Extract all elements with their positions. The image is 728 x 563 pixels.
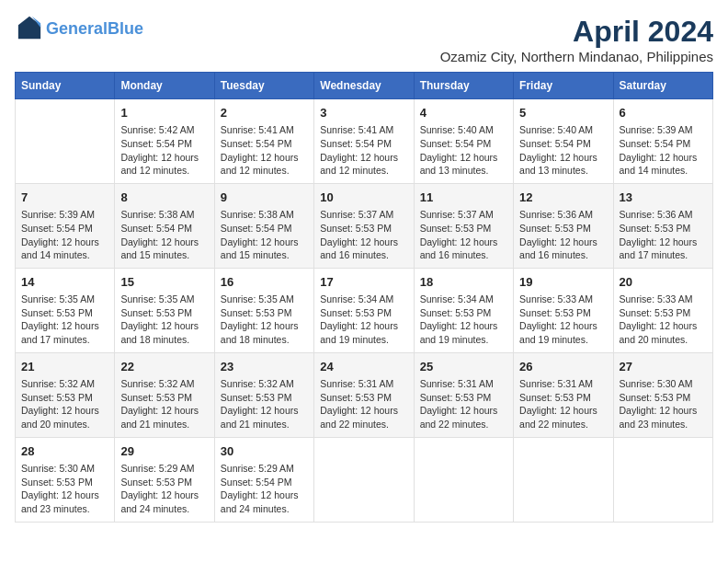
calendar-row: 21Sunrise: 5:32 AM Sunset: 5:53 PM Dayli… — [16, 352, 713, 437]
cell-content: Sunrise: 5:31 AM Sunset: 5:53 PM Dayligh… — [320, 377, 407, 431]
calendar-row: 1Sunrise: 5:42 AM Sunset: 5:54 PM Daylig… — [16, 99, 713, 184]
cell-content: Sunrise: 5:32 AM Sunset: 5:53 PM Dayligh… — [21, 377, 108, 431]
header-cell-monday: Monday — [115, 73, 214, 99]
calendar-cell: 10Sunrise: 5:37 AM Sunset: 5:53 PM Dayli… — [314, 183, 414, 268]
calendar-cell: 21Sunrise: 5:32 AM Sunset: 5:53 PM Dayli… — [16, 352, 115, 437]
cell-content: Sunrise: 5:33 AM Sunset: 5:53 PM Dayligh… — [620, 293, 707, 347]
cell-content: Sunrise: 5:35 AM Sunset: 5:53 PM Dayligh… — [21, 293, 108, 347]
cell-content: Sunrise: 5:30 AM Sunset: 5:53 PM Dayligh… — [620, 377, 707, 431]
calendar-header: SundayMondayTuesdayWednesdayThursdayFrid… — [16, 73, 713, 99]
calendar-cell: 13Sunrise: 5:36 AM Sunset: 5:53 PM Dayli… — [613, 183, 712, 268]
day-number: 30 — [221, 443, 308, 460]
day-number: 27 — [620, 359, 707, 375]
day-number: 29 — [120, 443, 208, 460]
cell-content: Sunrise: 5:33 AM Sunset: 5:53 PM Dayligh… — [519, 293, 607, 347]
calendar-row: 7Sunrise: 5:39 AM Sunset: 5:54 PM Daylig… — [16, 183, 713, 268]
cell-content: Sunrise: 5:38 AM Sunset: 5:54 PM Dayligh… — [120, 208, 208, 262]
calendar-cell: 6Sunrise: 5:39 AM Sunset: 5:54 PM Daylig… — [613, 99, 712, 184]
calendar-cell: 11Sunrise: 5:37 AM Sunset: 5:53 PM Dayli… — [414, 183, 513, 268]
title-block: April 2024 Ozamiz City, Northern Mindana… — [440, 15, 713, 64]
day-number: 9 — [221, 190, 308, 206]
day-number: 6 — [620, 105, 707, 121]
day-number: 15 — [120, 274, 208, 291]
day-number: 24 — [320, 359, 407, 375]
day-number: 2 — [221, 105, 308, 121]
day-number: 17 — [320, 274, 407, 291]
header-cell-friday: Friday — [514, 73, 613, 99]
calendar-cell: 2Sunrise: 5:41 AM Sunset: 5:54 PM Daylig… — [214, 99, 313, 184]
logo-icon — [17, 15, 42, 40]
calendar-cell: 3Sunrise: 5:41 AM Sunset: 5:54 PM Daylig… — [314, 99, 414, 184]
calendar-row: 14Sunrise: 5:35 AM Sunset: 5:53 PM Dayli… — [16, 268, 713, 352]
day-number: 25 — [420, 359, 507, 375]
cell-content: Sunrise: 5:35 AM Sunset: 5:53 PM Dayligh… — [120, 293, 208, 347]
cell-content: Sunrise: 5:32 AM Sunset: 5:53 PM Dayligh… — [120, 377, 208, 431]
cell-content: Sunrise: 5:42 AM Sunset: 5:54 PM Dayligh… — [120, 123, 208, 178]
day-number: 4 — [420, 105, 507, 121]
header-row: SundayMondayTuesdayWednesdayThursdayFrid… — [16, 73, 713, 99]
cell-content: Sunrise: 5:32 AM Sunset: 5:53 PM Dayligh… — [221, 377, 308, 431]
cell-content: Sunrise: 5:38 AM Sunset: 5:54 PM Dayligh… — [221, 208, 308, 262]
cell-content: Sunrise: 5:41 AM Sunset: 5:54 PM Dayligh… — [221, 123, 308, 178]
calendar-cell: 30Sunrise: 5:29 AM Sunset: 5:54 PM Dayli… — [214, 437, 313, 522]
calendar-cell: 29Sunrise: 5:29 AM Sunset: 5:53 PM Dayli… — [115, 437, 214, 522]
day-number: 10 — [320, 190, 407, 206]
cell-content: Sunrise: 5:29 AM Sunset: 5:54 PM Dayligh… — [221, 462, 308, 516]
calendar-cell: 12Sunrise: 5:36 AM Sunset: 5:53 PM Dayli… — [514, 183, 613, 268]
calendar-cell — [16, 99, 115, 184]
calendar-cell: 9Sunrise: 5:38 AM Sunset: 5:54 PM Daylig… — [214, 183, 313, 268]
day-number: 12 — [519, 190, 607, 206]
calendar-body: 1Sunrise: 5:42 AM Sunset: 5:54 PM Daylig… — [16, 99, 713, 523]
calendar-cell — [613, 437, 712, 522]
calendar-cell: 15Sunrise: 5:35 AM Sunset: 5:53 PM Dayli… — [115, 268, 214, 352]
day-number: 1 — [120, 105, 208, 121]
day-number: 21 — [21, 359, 108, 375]
calendar-row: 28Sunrise: 5:30 AM Sunset: 5:53 PM Dayli… — [16, 437, 713, 522]
cell-content: Sunrise: 5:34 AM Sunset: 5:53 PM Dayligh… — [320, 293, 407, 347]
calendar-cell: 25Sunrise: 5:31 AM Sunset: 5:53 PM Dayli… — [414, 352, 513, 437]
main-title: April 2024 — [440, 15, 713, 49]
calendar-cell: 19Sunrise: 5:33 AM Sunset: 5:53 PM Dayli… — [514, 268, 613, 352]
calendar-cell: 17Sunrise: 5:34 AM Sunset: 5:53 PM Dayli… — [314, 268, 414, 352]
calendar-cell: 24Sunrise: 5:31 AM Sunset: 5:53 PM Dayli… — [314, 352, 414, 437]
cell-content: Sunrise: 5:29 AM Sunset: 5:53 PM Dayligh… — [120, 462, 208, 516]
header-cell-wednesday: Wednesday — [314, 73, 414, 99]
day-number: 5 — [519, 105, 607, 121]
day-number: 18 — [420, 274, 507, 291]
subtitle: Ozamiz City, Northern Mindanao, Philippi… — [440, 49, 713, 64]
cell-content: Sunrise: 5:39 AM Sunset: 5:54 PM Dayligh… — [21, 208, 108, 262]
day-number: 28 — [21, 443, 108, 460]
calendar-cell: 22Sunrise: 5:32 AM Sunset: 5:53 PM Dayli… — [115, 352, 214, 437]
header-cell-sunday: Sunday — [16, 73, 115, 99]
header-cell-tuesday: Tuesday — [214, 73, 313, 99]
page-header: GeneralBlue April 2024 Ozamiz City, Nort… — [15, 15, 713, 64]
calendar-cell: 8Sunrise: 5:38 AM Sunset: 5:54 PM Daylig… — [115, 183, 214, 268]
cell-content: Sunrise: 5:35 AM Sunset: 5:53 PM Dayligh… — [221, 293, 308, 347]
calendar-cell: 16Sunrise: 5:35 AM Sunset: 5:53 PM Dayli… — [214, 268, 313, 352]
header-cell-thursday: Thursday — [414, 73, 513, 99]
calendar-cell: 4Sunrise: 5:40 AM Sunset: 5:54 PM Daylig… — [414, 99, 513, 184]
calendar-cell: 27Sunrise: 5:30 AM Sunset: 5:53 PM Dayli… — [613, 352, 712, 437]
cell-content: Sunrise: 5:30 AM Sunset: 5:53 PM Dayligh… — [21, 462, 108, 516]
day-number: 16 — [221, 274, 308, 291]
calendar-cell: 26Sunrise: 5:31 AM Sunset: 5:53 PM Dayli… — [514, 352, 613, 437]
day-number: 7 — [21, 190, 108, 206]
cell-content: Sunrise: 5:36 AM Sunset: 5:53 PM Dayligh… — [519, 208, 607, 262]
day-number: 23 — [221, 359, 308, 375]
calendar-cell: 5Sunrise: 5:40 AM Sunset: 5:54 PM Daylig… — [514, 99, 613, 184]
day-number: 22 — [120, 359, 208, 375]
logo-line2: Blue — [108, 19, 143, 38]
logo-text: GeneralBlue — [46, 20, 143, 39]
svg-marker-0 — [18, 17, 40, 39]
cell-content: Sunrise: 5:31 AM Sunset: 5:53 PM Dayligh… — [519, 377, 607, 431]
day-number: 26 — [519, 359, 607, 375]
day-number: 19 — [519, 274, 607, 291]
cell-content: Sunrise: 5:37 AM Sunset: 5:53 PM Dayligh… — [420, 208, 507, 262]
day-number: 11 — [420, 190, 507, 206]
cell-content: Sunrise: 5:37 AM Sunset: 5:53 PM Dayligh… — [320, 208, 407, 262]
day-number: 8 — [120, 190, 208, 206]
calendar-cell: 23Sunrise: 5:32 AM Sunset: 5:53 PM Dayli… — [214, 352, 313, 437]
cell-content: Sunrise: 5:40 AM Sunset: 5:54 PM Dayligh… — [420, 123, 507, 178]
calendar-table: SundayMondayTuesdayWednesdayThursdayFrid… — [15, 72, 713, 523]
logo-line1: General — [46, 19, 108, 38]
